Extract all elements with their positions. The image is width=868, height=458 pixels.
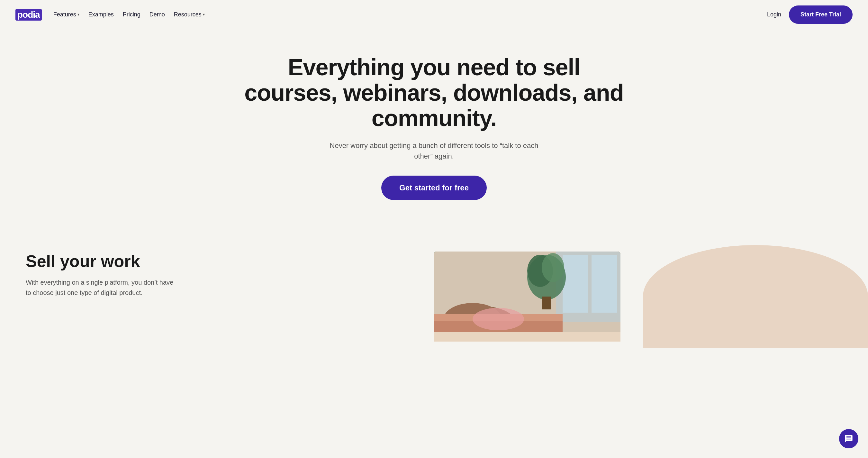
nav-left: podia Features ▾ Examples Pricing [16,8,205,21]
sell-heading: Sell your work [26,251,186,271]
chat-icon [844,434,853,443]
logo-link[interactable]: podia [16,8,42,21]
nav-item-features[interactable]: Features ▾ [53,11,80,18]
nav-item-pricing[interactable]: Pricing [123,11,141,18]
nav-links: Features ▾ Examples Pricing Demo [53,11,205,18]
start-free-trial-button[interactable]: Start Free Trial [789,5,852,24]
chevron-down-icon: ▾ [78,12,80,17]
sell-section: Sell your work With everything on a sing… [0,219,868,342]
svg-point-6 [542,253,564,282]
nav-right: Login Start Free Trial [767,5,852,24]
hero-headline: Everything you need to sell courses, web… [241,55,627,131]
hero-section: Everything you need to sell courses, web… [0,29,868,219]
svg-rect-3 [591,255,617,313]
nav-item-examples[interactable]: Examples [88,11,114,18]
sell-body: With everything on a single platform, yo… [26,277,174,298]
sell-text: Sell your work With everything on a sing… [26,245,186,298]
nav-item-demo[interactable]: Demo [150,11,165,18]
svg-rect-12 [434,332,620,342]
svg-rect-2 [563,255,588,313]
svg-rect-7 [542,297,551,309]
logo-text: podia [16,9,42,21]
main-nav: podia Features ▾ Examples Pricing [0,0,868,29]
photo-placeholder [434,251,620,342]
hero-subheadline: Never worry about getting a bunch of dif… [321,140,547,161]
chevron-down-icon: ▾ [203,12,205,17]
nav-item-resources[interactable]: Resources ▾ [174,11,205,18]
svg-point-13 [472,308,524,330]
sell-product-photo [434,251,620,342]
photo-svg [434,251,620,342]
get-started-button[interactable]: Get started for free [381,176,487,200]
logo: podia [16,8,42,21]
login-button[interactable]: Login [767,11,781,18]
sell-image-area [212,245,842,342]
image-background-shape [643,245,868,348]
chat-widget[interactable] [839,429,858,448]
